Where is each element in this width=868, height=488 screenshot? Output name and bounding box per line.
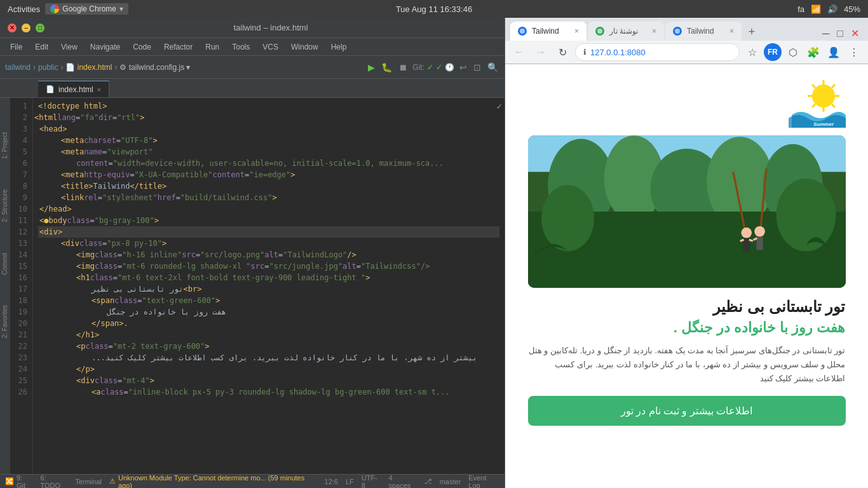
- menu-tools[interactable]: Tools: [227, 41, 255, 53]
- expand-button[interactable]: ⊡: [472, 61, 482, 74]
- browser-tab-1-close[interactable]: ×: [574, 27, 579, 36]
- svg-point-2: [675, 29, 680, 34]
- code-line-10: ▼ </head>: [38, 203, 499, 215]
- ide-maximize-button[interactable]: □: [36, 24, 44, 32]
- ide-minimize-button[interactable]: –: [22, 24, 31, 32]
- menu-file[interactable]: File: [5, 41, 27, 53]
- browser-minimize-button[interactable]: ─: [821, 27, 831, 41]
- menu-refactor[interactable]: Refactor: [159, 41, 198, 53]
- browser-close-button[interactable]: ✕: [850, 26, 860, 41]
- activities-button[interactable]: Activities: [8, 4, 40, 14]
- menu-edit[interactable]: Edit: [30, 41, 53, 53]
- terminal-status-item[interactable]: Terminal: [75, 478, 102, 485]
- address-text: 127.0.0.1:8080: [590, 48, 731, 57]
- menu-code[interactable]: Code: [128, 41, 156, 53]
- code-line-5: <meta name="viewport": [38, 146, 499, 158]
- code-line-12: ▼ <div>: [38, 226, 499, 238]
- svg-point-3: [812, 85, 835, 107]
- code-line-3: ▼ <head>: [38, 123, 499, 135]
- ide-panel: ✕ – □ tailwind – index.html File Edit Vi…: [0, 18, 505, 488]
- profile-avatar[interactable]: FR: [764, 43, 782, 61]
- browser-chrome: Tailwind × نوشتهٔ تار × Tailwind: [505, 18, 868, 64]
- titlebar-controls: ✕ – □: [8, 24, 44, 32]
- search-toolbar-button[interactable]: 🔍: [486, 61, 499, 74]
- code-line-8: <title> Tailwind </title>: [38, 180, 499, 192]
- svg-point-29: [754, 226, 765, 237]
- menu-run[interactable]: Run: [200, 41, 224, 53]
- menu-window[interactable]: Window: [286, 41, 323, 53]
- reload-button[interactable]: ↻: [553, 43, 571, 61]
- menu-help[interactable]: Help: [326, 41, 352, 53]
- warning-icon: ⚠: [109, 477, 116, 485]
- main-layout: ✕ – □ tailwind – index.html File Edit Vi…: [0, 18, 868, 488]
- ide-close-button[interactable]: ✕: [8, 24, 17, 32]
- git-tick-icon: ✓: [436, 63, 442, 72]
- site-content: Summer: [528, 77, 846, 426]
- structure-panel-label[interactable]: 2: Structure: [0, 187, 10, 225]
- ide-tab-index-html[interactable]: 📄 index.html ×: [38, 81, 109, 97]
- bookmark-button[interactable]: ☆: [743, 43, 761, 61]
- chrome-dropdown-icon[interactable]: ▾: [119, 4, 123, 13]
- browser-content[interactable]: Summer: [505, 64, 868, 488]
- browser-tab-1[interactable]: Tailwind ×: [510, 22, 587, 41]
- favorites-panel-label[interactable]: 2: Favorites: [0, 302, 10, 341]
- code-line-16: <h1 class="mt-6 text-2xl font-bold text-…: [38, 272, 499, 283]
- browser-tab-2-close[interactable]: ×: [652, 27, 656, 36]
- chrome-label: Google Chrome: [62, 4, 116, 13]
- git-status-item[interactable]: 🔀 9: Git: [5, 474, 33, 489]
- stop-button[interactable]: ⏹: [397, 61, 409, 74]
- menu-view[interactable]: View: [56, 41, 83, 53]
- site-title: تور تابستانی بی نظیر: [528, 298, 846, 316]
- back-button[interactable]: ←: [510, 43, 528, 61]
- green-check-icon: ✓: [497, 100, 502, 112]
- browser-maximize-button[interactable]: □: [836, 27, 844, 41]
- event-log-status[interactable]: Event Log: [468, 474, 499, 489]
- browser-tab-1-favicon: [518, 27, 527, 36]
- lang-indicator: fa: [797, 4, 804, 14]
- browser-panel: Tailwind × نوشتهٔ تار × Tailwind: [505, 18, 868, 488]
- extensions-button[interactable]: ⬡: [784, 43, 802, 61]
- avatar-button[interactable]: 👤: [825, 43, 843, 61]
- run-button[interactable]: ▶: [367, 61, 376, 74]
- code-line-25: <div class="mt-4" >: [38, 375, 499, 386]
- code-line-6: content="width=device-width, user-scalab…: [38, 158, 499, 169]
- toolbar-right: ▶ 🐛 ⏹ Git: ✓ ✓ 🕐 ↩ ⊡ 🔍: [367, 61, 499, 74]
- menu-dots-button[interactable]: ⋮: [845, 43, 863, 61]
- chrome-indicator[interactable]: Google Chrome ▾: [45, 3, 128, 15]
- lf-status: LF: [346, 478, 354, 485]
- breadcrumb-file: 📄 index.html: [65, 63, 112, 72]
- debug-button[interactable]: 🐛: [380, 61, 393, 74]
- code-content[interactable]: <!doctype html> ▼ <html lang="fa" dir="r…: [33, 98, 505, 474]
- browser-tab-3[interactable]: Tailwind ×: [665, 22, 742, 41]
- todo-status-item[interactable]: 6: TODO: [41, 474, 68, 489]
- code-line-19: هفت روز با خانواده در جنگل: [38, 306, 499, 318]
- code-line-18: <span class="text-green-600" >: [38, 295, 499, 306]
- breadcrumb: tailwind › public › 📄 index.html › ⚙ tai…: [5, 63, 190, 72]
- git-status: Git: ✓ ✓ 🕐: [412, 63, 454, 72]
- new-tab-button[interactable]: +: [743, 23, 761, 41]
- code-area: 1: Project 2: Structure Commit 2: Favori…: [0, 98, 505, 474]
- svg-rect-30: [756, 237, 763, 250]
- browser-tab-3-close[interactable]: ×: [729, 27, 734, 36]
- code-line-15: <img class="mt-6 rounded-lg shadow-xl " …: [38, 261, 499, 272]
- breadcrumb-folder: public: [38, 63, 58, 72]
- menu-vcs[interactable]: VCS: [257, 41, 283, 53]
- browser-tab-3-title: Tailwind: [687, 27, 714, 36]
- git-label: Git:: [412, 63, 424, 72]
- code-line-2: ▼ <html lang="fa" dir="rtl" >: [38, 112, 499, 123]
- project-panel-label[interactable]: 1: Project: [0, 130, 10, 161]
- commit-panel-label[interactable]: Commit: [0, 250, 10, 277]
- site-subtitle: هفت روز با خانواده در جنگل .: [528, 320, 846, 336]
- puzzle-icon-button[interactable]: 🧩: [804, 43, 822, 61]
- code-line-23: ...بیشتر از ده شهر، با ما در کنار خانواد…: [38, 352, 499, 363]
- undo-button[interactable]: ↩: [458, 61, 468, 74]
- ide-tab-label: index.html: [58, 85, 93, 94]
- ide-tab-close-icon[interactable]: ×: [97, 86, 101, 93]
- menu-navigate[interactable]: Navigate: [85, 41, 125, 53]
- forward-button[interactable]: →: [532, 43, 550, 61]
- browser-tab-2[interactable]: نوشتهٔ تار ×: [588, 22, 664, 41]
- address-bar[interactable]: ℹ 127.0.0.1:8080: [575, 43, 740, 61]
- code-line-24: </p>: [38, 363, 499, 375]
- site-cta-button[interactable]: اطلاعات بیشتر و ثبت نام در تور: [528, 396, 846, 426]
- breadcrumb-project: tailwind: [5, 63, 31, 72]
